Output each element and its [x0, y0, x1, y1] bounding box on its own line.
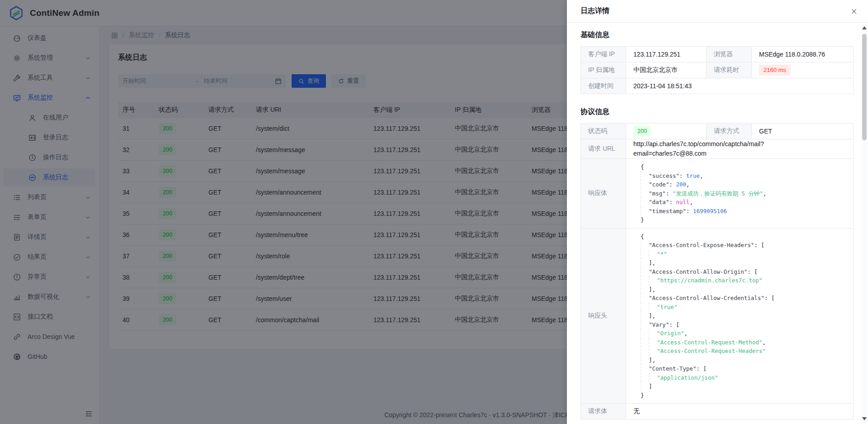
json-code-line: "success": true,	[641, 172, 842, 181]
json-code-line: ],	[641, 311, 842, 320]
request-method-value: GET	[752, 124, 854, 139]
table-row: 响应头 {"Access-Control-Expose-Headers": ["…	[581, 228, 854, 404]
request-url-line1: http://api.charles7c.top/common/captcha/…	[633, 139, 846, 149]
request-url-value: http://api.charles7c.top/common/captcha/…	[626, 139, 854, 159]
table-row: 状态码 200 请求方式 GET	[581, 124, 854, 139]
table-row: IP 归属地 中国北京北京市 请求耗时 2160 ms	[581, 62, 854, 78]
drawer-scrollbar[interactable]	[861, 24, 868, 423]
json-code-line: "Access-Control-Expose-Headers": [	[641, 241, 842, 250]
json-code-line: "application/json"	[641, 373, 842, 382]
json-code-line: "data": null,	[641, 198, 842, 207]
json-code-line: "code": 200,	[641, 180, 842, 189]
protocol-info-table: 状态码 200 请求方式 GET 请求 URL http://api.charl…	[580, 123, 854, 419]
log-detail-drawer: 日志详情 基础信息 客户端 IP 123.117.129.251 浏览器 MSE…	[567, 0, 868, 424]
json-code-line: "Access-Control-Allow-Credentials": [	[641, 294, 842, 303]
basic-info-section-title: 基础信息	[580, 30, 848, 40]
json-code-line: ],	[641, 285, 842, 294]
json-code-line: "msg": "发送成功，验证码有效期 5 分钟",	[641, 189, 842, 198]
basic-info-table: 客户端 IP 123.117.129.251 浏览器 MSEdge 118.0.…	[580, 46, 854, 94]
request-body-value: 无	[626, 404, 854, 419]
created-time-value: 2023-11-04 18:51:43	[626, 78, 854, 94]
response-body-json: {"success": true,"code": 200,"msg": "发送成…	[633, 159, 846, 228]
request-method-label: 请求方式	[707, 124, 752, 139]
request-url-label: 请求 URL	[581, 139, 626, 159]
request-url-line2: email=charles7c@88.com	[633, 149, 846, 158]
json-code-line: }	[641, 391, 842, 400]
table-row: 响应体 {"success": true,"code": 200,"msg": …	[581, 159, 854, 229]
json-code-line: "Access-Control-Request-Method",	[641, 338, 842, 347]
response-headers-json: {"Access-Control-Expose-Headers": ["*"],…	[633, 229, 846, 404]
status-code-label: 状态码	[581, 124, 626, 139]
scroll-up-arrow-icon[interactable]	[862, 26, 867, 29]
scroll-down-arrow-icon[interactable]	[862, 417, 867, 420]
json-code-line: ]	[641, 382, 842, 391]
json-code-line: "Vary": [	[641, 320, 842, 329]
response-body-label: 响应体	[581, 159, 626, 229]
elapsed-value: 2160 ms	[752, 62, 854, 78]
json-code-line: ],	[641, 258, 842, 267]
response-headers-label: 响应头	[581, 228, 626, 404]
table-row: 请求体 无	[581, 404, 854, 419]
json-code-line: {	[641, 162, 842, 172]
json-code-line: "Access-Control-Allow-Origin": [	[641, 267, 842, 276]
json-code-line: }	[641, 215, 842, 224]
json-code-line: "*"	[641, 250, 842, 259]
browser-label: 浏览器	[707, 47, 752, 62]
status-code-value: 200	[626, 124, 707, 139]
status-badge: 200	[633, 126, 651, 137]
drawer-body: 基础信息 客户端 IP 123.117.129.251 浏览器 MSEdge 1…	[567, 23, 868, 424]
scrollbar-thumb[interactable]	[862, 34, 867, 140]
protocol-info-section-title: 协议信息	[580, 107, 848, 117]
json-code-line: "Origin",	[641, 329, 842, 338]
json-code-line: "timestamp": 1699095106	[641, 207, 842, 216]
drawer-title: 日志详情	[580, 6, 609, 16]
created-time-label: 创建时间	[581, 78, 626, 94]
close-icon[interactable]	[849, 6, 859, 16]
json-code-line: "https://cnadmin.charles7c.top"	[641, 276, 842, 285]
json-code-line: "true"	[641, 303, 842, 312]
table-row: 请求 URL http://api.charles7c.top/common/c…	[581, 139, 854, 159]
response-headers-value: {"Access-Control-Expose-Headers": ["*"],…	[626, 228, 854, 404]
ip-region-value: 中国北京北京市	[626, 62, 707, 78]
response-body-value: {"success": true,"code": 200,"msg": "发送成…	[626, 159, 854, 229]
client-ip-label: 客户端 IP	[581, 47, 626, 62]
client-ip-value: 123.117.129.251	[626, 47, 707, 62]
request-body-label: 请求体	[581, 404, 626, 419]
ip-region-label: IP 归属地	[581, 62, 626, 78]
elapsed-badge: 2160 ms	[759, 65, 791, 76]
json-code-line: "Access-Control-Request-Headers"	[641, 347, 842, 356]
table-row: 创建时间 2023-11-04 18:51:43	[581, 78, 854, 94]
browser-value: MSEdge 118.0.2088.76	[752, 47, 854, 62]
app-root: ContiNew Admin 仪表盘系统管理系统工具系统监控在线用户登录日志操作…	[0, 0, 868, 424]
json-code-line: ],	[641, 356, 842, 365]
table-row: 客户端 IP 123.117.129.251 浏览器 MSEdge 118.0.…	[581, 47, 854, 62]
elapsed-label: 请求耗时	[707, 62, 752, 78]
json-code-line: {	[641, 232, 842, 241]
drawer-header: 日志详情	[567, 0, 868, 23]
json-code-line: "Content-Type": [	[641, 364, 842, 373]
